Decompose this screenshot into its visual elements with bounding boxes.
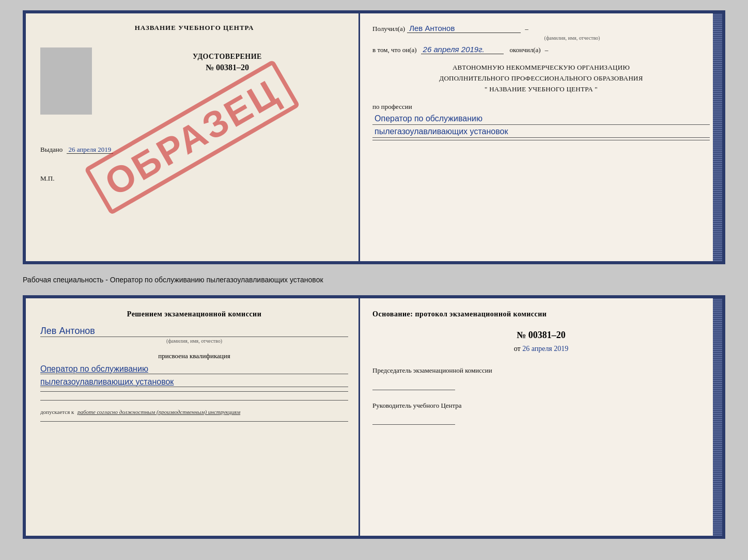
bottom-right-spine (713, 298, 722, 536)
rukovoditel-label: Руководитель учебного Центра (372, 401, 710, 411)
bottom-left-panel: Решением экзаменационной комиссии Лев Ан… (26, 298, 360, 536)
top-document: НАЗВАНИЕ УЧЕБНОГО ЦЕНТРА УДОСТОВЕРЕНИЕ №… (23, 10, 725, 264)
dash2: – (545, 46, 549, 54)
rukovoditel-block: Руководитель учебного Центра (372, 401, 710, 425)
resheniye-title: Решением экзаменационной комиссии (40, 309, 348, 319)
fio-subtext: (фамилия, имя, отчество) (434, 35, 710, 41)
po-professii-label: по профессии (372, 103, 710, 111)
osnovaniye-title: Основание: протокол экзаменационной коми… (372, 309, 710, 319)
poluchil-value: Лев Антонов (407, 24, 521, 33)
qualify-underline1 (40, 391, 348, 392)
ot-date-value: 26 апреля 2019 (522, 345, 568, 353)
dopuskaetsya-value: работе согласно должностным (производств… (77, 409, 240, 415)
ot-label: от (514, 345, 521, 353)
profession-line1: Оператор по обслуживанию (372, 113, 710, 125)
predsedatel-label: Председатель экзаменационной комиссии (372, 365, 710, 376)
org-block: АВТОНОМНУЮ НЕКОММЕРЧЕСКУЮ ОРГАНИЗАЦИЮ ДО… (372, 62, 710, 94)
prisvoena-label: присвоена квалификация (40, 352, 348, 360)
dopuskaetsya-label: допускается к (40, 409, 74, 415)
name-handwritten: Лев Антонов (40, 326, 348, 337)
ot-date: от 26 апреля 2019 (372, 345, 710, 353)
vydano-line: Выдано 26 апреля 2019 (40, 146, 348, 154)
vydano-label: Выдано (40, 146, 63, 153)
profession-underline (372, 140, 710, 140)
fio-subtext-bottom: (фамилия, имя, отчество) (40, 338, 348, 344)
vtom-row: в том, что он(а) 26 апреля 2019г. окончи… (372, 45, 710, 54)
profession-line2: пылегазоулавливающих установок (372, 126, 710, 138)
okonchil-label: окончил(а) (510, 46, 541, 54)
right-spine-decoration (713, 13, 722, 261)
qualify-line1: Оператор по обслуживанию (40, 364, 348, 374)
udostoverenie-title: УДОСТОВЕРЕНИЕ (106, 53, 348, 61)
vtom-value: 26 апреля 2019г. (421, 45, 504, 54)
dopuskaetsya-underline (40, 421, 348, 422)
dopuskaetsya-text: допускается к работе согласно должностны… (40, 409, 348, 415)
mp-line: М.П. (40, 174, 348, 183)
vydano-date: 26 апреля 2019 (67, 146, 114, 154)
vtom-label: в том, что он(а) (372, 46, 417, 54)
org-line2: ДОПОЛНИТЕЛЬНОГО ПРОФЕССИОНАЛЬНОГО ОБРАЗО… (372, 73, 710, 84)
bottom-document: Решением экзаменационной комиссии Лев Ан… (23, 295, 725, 539)
poluchil-label: Получил(а) (372, 25, 405, 33)
separator-label: Рабочая специальность - Оператор по обсл… (23, 273, 725, 287)
bottom-right-panel: Основание: протокол экзаменационной коми… (360, 298, 722, 536)
protocol-num: № 00381–20 (372, 330, 710, 341)
predsedatel-block: Председатель экзаменационной комиссии (372, 365, 710, 390)
photo-placeholder (40, 47, 92, 115)
top-right-panel: Получил(а) Лев Антонов – (фамилия, имя, … (360, 13, 722, 261)
predsedatel-sig-line (372, 380, 455, 390)
rukovoditel-sig-line (372, 414, 455, 425)
school-name-title: НАЗВАНИЕ УЧЕБНОГО ЦЕНТРА (40, 24, 348, 32)
document-number: № 00381–20 (106, 63, 348, 72)
qualify-underline2 (40, 400, 348, 401)
poluchil-row: Получил(а) Лев Антонов – (372, 24, 710, 33)
qualify-line2: пылегазоулавливающих установок (40, 377, 348, 387)
dash1: – (525, 25, 528, 33)
org-line1: АВТОНОМНУЮ НЕКОММЕРЧЕСКУЮ ОРГАНИЗАЦИЮ (372, 62, 710, 73)
top-left-panel: НАЗВАНИЕ УЧЕБНОГО ЦЕНТРА УДОСТОВЕРЕНИЕ №… (26, 13, 360, 261)
udostoverenie-block: УДОСТОВЕРЕНИЕ № 00381–20 (106, 47, 348, 72)
org-line3: " НАЗВАНИЕ УЧЕБНОГО ЦЕНТРА " (372, 84, 710, 95)
